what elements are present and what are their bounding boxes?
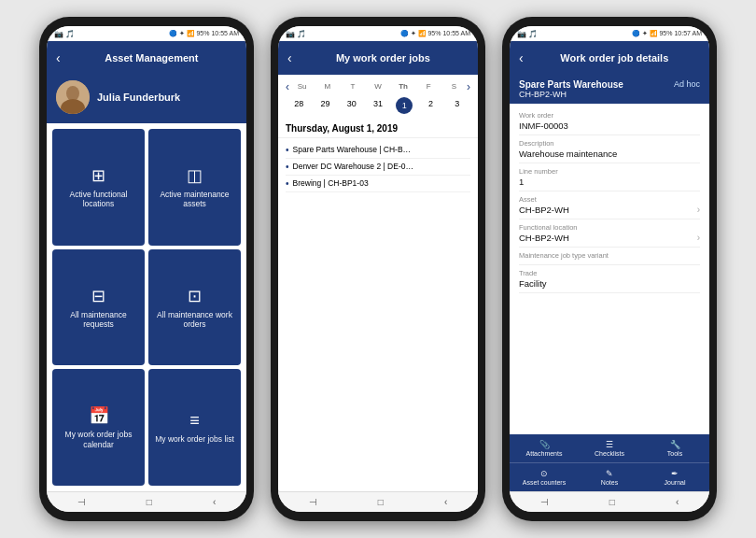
work-item-2-text: Brewing | CH-BP1-03: [293, 178, 369, 188]
status-time-1: 🔵 ✦ 📶 95% 10:55 AM: [169, 30, 239, 37]
tab-checklists[interactable]: ☰ Checklists: [578, 437, 641, 460]
cal-header-m: M: [315, 82, 340, 91]
cal-day-30[interactable]: 30: [339, 97, 365, 114]
tools-icon: 🔧: [670, 440, 680, 449]
avatar: [56, 80, 90, 114]
field-description-value: Warehouse maintenance: [519, 149, 700, 159]
app-header-3: ‹ Work order job details: [510, 41, 709, 75]
cal-header-s: S: [441, 82, 467, 91]
status-bar-3: 📷 🎵 🔵 ✦ 📶 95% 10:57 AM: [510, 26, 709, 41]
phone-3-screen: 📷 🎵 🔵 ✦ 📶 95% 10:57 AM ‹ Work order job …: [510, 26, 709, 512]
tab-tools[interactable]: 🔧 Tools: [643, 437, 707, 460]
header-title-2: My work order jobs: [298, 52, 469, 64]
cal-header-th: Th: [391, 82, 416, 91]
field-work-order-label: Work order: [519, 111, 700, 120]
cal-days-header: Su M T W Th F S: [289, 82, 467, 91]
work-item-0-text: Spare Parts Warehouse | CH-B…: [293, 145, 412, 154]
field-asset[interactable]: Asset CH-BP2-WH ›: [519, 191, 700, 219]
tab-notes[interactable]: ✎ Notes: [578, 466, 641, 488]
attachments-icon: 📎: [539, 440, 550, 449]
cal-day-2[interactable]: 2: [417, 97, 443, 114]
status-icons-1: 📷 🎵: [54, 30, 75, 38]
status-left-2: 📷 🎵: [286, 30, 306, 38]
phone-nav-2: ⊣ □ ‹: [278, 491, 478, 512]
nav-home-2[interactable]: □: [378, 497, 384, 507]
back-button-3[interactable]: ‹: [519, 50, 524, 65]
asset-chevron: ›: [697, 205, 700, 215]
cal-next-arrow[interactable]: ›: [467, 80, 470, 93]
field-line-number: Line number 1: [519, 163, 700, 191]
functional-location-chevron: ›: [697, 233, 700, 243]
amr-label: All maintenance requests: [56, 310, 141, 329]
phone-2-screen: 📷 🎵 🔵 ✦ 📶 95% 10:55 AM ‹ My work order j…: [278, 26, 478, 512]
status-right-3: 🔵 ✦ 📶 95% 10:57 AM: [632, 30, 702, 37]
field-description-label: Description: [519, 139, 700, 148]
grid-menu: ⊞ Active functional locations ◫ Active m…: [47, 123, 246, 491]
field-trade-value: Facility: [519, 278, 700, 289]
status-left-1: 📷 🎵: [54, 30, 75, 38]
status-time-2: 🔵 ✦ 📶 95% 10:55 AM: [400, 30, 470, 37]
nav-recent-3[interactable]: ⊣: [540, 497, 549, 507]
notes-label: Notes: [601, 479, 618, 486]
cal-day-1[interactable]: 1: [396, 97, 413, 114]
cal-day-29[interactable]: 29: [312, 97, 338, 114]
cal-day-28[interactable]: 28: [286, 97, 312, 114]
status-left-3: 📷 🎵: [517, 30, 538, 38]
cal-header-su: Su: [289, 82, 315, 91]
status-icons-2: 📷 🎵: [286, 30, 306, 38]
status-time-3: 🔵 ✦ 📶 95% 10:57 AM: [632, 30, 702, 37]
checklists-icon: ☰: [606, 440, 613, 449]
cal-day-31[interactable]: 31: [365, 97, 391, 114]
field-work-order: Work order INMF-00003: [519, 107, 700, 135]
menu-item-mwojc[interactable]: 📅 My work order jobs calendar: [52, 369, 145, 486]
amwo-icon: ⊡: [188, 286, 202, 306]
mwojc-label: My work order jobs calendar: [56, 430, 141, 448]
nav-home-1[interactable]: □: [147, 497, 152, 507]
tab-journal[interactable]: ✒ Journal: [643, 466, 707, 488]
detail-sub-header: Spare Parts Warehouse CH-BP2-WH Ad hoc: [510, 75, 709, 104]
nav-back-3[interactable]: ‹: [676, 497, 679, 507]
phone-nav-1: ⊣ □ ‹: [47, 491, 246, 512]
back-button-2[interactable]: ‹: [287, 50, 292, 65]
nav-home-3[interactable]: □: [609, 497, 615, 507]
field-asset-label: Asset: [519, 195, 700, 204]
nav-recent-2[interactable]: ⊣: [309, 497, 317, 507]
date-heading: Thursday, August 1, 2019: [278, 120, 478, 138]
menu-item-mwojl[interactable]: ≡ My work order jobs list: [148, 369, 241, 486]
tab-asset-counters[interactable]: ⊙ Asset counters: [512, 466, 576, 488]
nav-recent-1[interactable]: ⊣: [77, 497, 86, 507]
status-bar-2: 📷 🎵 🔵 ✦ 📶 95% 10:55 AM: [278, 26, 478, 41]
work-item-2[interactable]: Brewing | CH-BP1-03: [286, 176, 470, 192]
field-functional-location[interactable]: Functional location CH-BP2-WH ›: [519, 219, 700, 248]
work-item-1[interactable]: Denver DC Warehouse 2 | DE-0…: [286, 159, 470, 176]
mwojc-icon: 📅: [89, 405, 109, 426]
phone-2: 📷 🎵 🔵 ✦ 📶 95% 10:55 AM ‹ My work order j…: [271, 17, 485, 521]
tools-label: Tools: [667, 450, 682, 457]
mwojl-label: My work order jobs list: [155, 434, 234, 444]
journal-icon: ✒: [671, 469, 679, 478]
amwo-label: All maintenance work orders: [152, 310, 237, 329]
nav-back-1[interactable]: ‹: [213, 497, 216, 507]
work-item-0[interactable]: Spare Parts Warehouse | CH-B…: [286, 142, 470, 159]
phone-1-screen: 📷 🎵 🔵 ✦ 📶 95% 10:55 AM ‹ Asset Managemen…: [47, 26, 246, 512]
asset-counters-icon: ⊙: [540, 469, 548, 478]
detail-extra: Ad hoc: [674, 79, 700, 89]
menu-item-amr[interactable]: ⊟ All maintenance requests: [52, 249, 145, 366]
phone-nav-3: ⊣ □ ‹: [510, 491, 709, 512]
nav-back-2[interactable]: ‹: [444, 497, 447, 507]
detail-tabs-row2: ⊙ Asset counters ✎ Notes ✒ Journal: [510, 462, 709, 491]
tab-attachments[interactable]: 📎 Attachments: [512, 437, 576, 460]
menu-item-ama[interactable]: ◫ Active maintenance assets: [148, 129, 241, 246]
menu-item-amwo[interactable]: ⊡ All maintenance work orders: [148, 249, 241, 366]
phone-3: 📷 🎵 🔵 ✦ 📶 95% 10:57 AM ‹ Work order job …: [502, 17, 717, 521]
ama-label: Active maintenance assets: [152, 190, 237, 208]
detail-location-block: Spare Parts Warehouse CH-BP2-WH: [519, 79, 623, 99]
checklists-label: Checklists: [595, 450, 624, 457]
back-button-1[interactable]: ‹: [56, 50, 61, 65]
menu-item-afl[interactable]: ⊞ Active functional locations: [52, 129, 145, 246]
user-name: Julia Funderburk: [97, 92, 180, 103]
cal-day-3[interactable]: 3: [444, 97, 470, 114]
user-profile: Julia Funderburk: [47, 75, 246, 123]
status-icons-3: 📷 🎵: [517, 30, 538, 38]
field-functional-location-label: Functional location: [519, 223, 700, 232]
